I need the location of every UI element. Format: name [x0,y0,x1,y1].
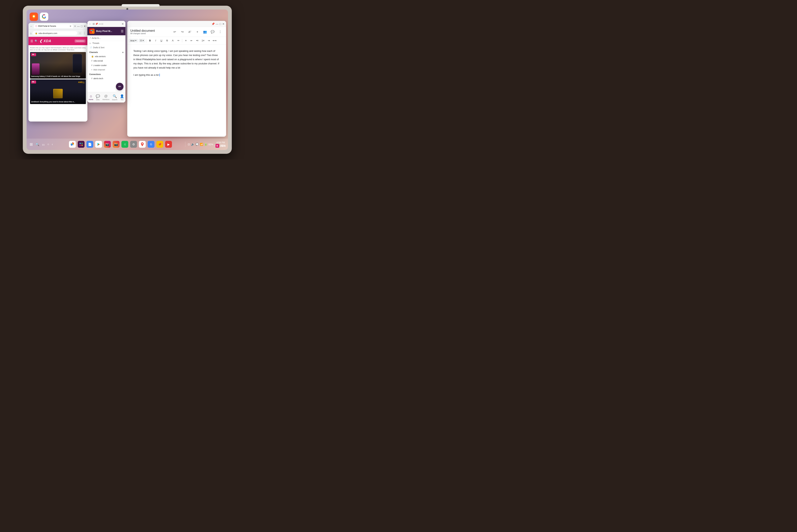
omni-menu-btn[interactable]: ⋮ [83,31,86,35]
docs-underline-btn[interactable]: U [159,38,164,43]
chat-icon[interactable]: 💬 [196,143,199,146]
docs-size-selector[interactable]: 11 ▾ [139,39,145,42]
xda-article-1[interactable]: 💬 4 Samsung Galaxy Z Fold 5 hands on: Al… [30,52,86,79]
docs-comment-btn[interactable]: 💬 [210,29,216,35]
docs-add-btn[interactable]: + [194,29,200,35]
taskbar-settings-icon[interactable]: ⚙ [130,141,137,148]
xda-search-icon[interactable]: 🔍 [35,39,38,42]
docs-indent-decrease-btn[interactable]: ⇤ [189,38,194,43]
taskbar-docs-icon[interactable]: 📄 [87,141,93,148]
svg-rect-7 [81,143,82,144]
docs-strikethrough-btn[interactable]: S [165,38,169,43]
docs-share-btn[interactable]: 👥 [202,29,208,35]
taskbar-chrome-icon[interactable] [69,141,76,148]
taskbar-search-icon[interactable]: 🔍 [36,142,39,146]
article2-badge-icon: 💬 [32,81,34,83]
slack-nav-search[interactable]: 🔍 Search [112,94,117,101]
slack-nav-dms[interactable]: 💬 DMs [96,94,100,101]
chrome-tab[interactable]: ⬡ XDA Portal & Forums ✕ [34,24,73,28]
chrome-new-tab-btn[interactable]: + [74,24,76,28]
chrome-close-btn[interactable]: ✕ [84,25,86,28]
battery-percent: 92% [208,143,214,146]
docs-pin-btn[interactable]: 📌 [211,22,215,25]
hash-icon-1: # [91,59,93,62]
docs-close-btn[interactable]: ✕ [222,22,225,25]
slack-channel-xda-seniors[interactable]: 🔒 xda-seniors [87,54,125,58]
docs-text-color-btn[interactable]: A [170,38,175,43]
slack-nav-you-label: You [121,99,124,101]
docs-undo-btn[interactable]: ↩ [172,29,178,35]
docs-window: 📌 — □ ✕ Untitled document All changes sa… [127,21,226,137]
docs-minimize-btn[interactable]: — [216,22,219,25]
taskbar-maps-icon[interactable] [139,141,146,148]
omni-home-btn[interactable]: ⌂ [30,32,32,35]
slack-jump-to[interactable]: ↗ Jump to... [87,35,125,41]
taskbar-back-icon[interactable]: ‹ [52,142,53,146]
docs-content-area[interactable]: Testing I am doing voice typing. I am ju… [127,44,226,136]
volume-icon[interactable]: 🔊 [191,143,194,146]
taskbar-instagram-icon[interactable]: 📷 [104,141,111,148]
taskbar-insta2-icon[interactable]: 📸 [113,141,119,148]
docs-font-selector[interactable]: Arial ▾ [129,39,138,42]
slack-threads-nav[interactable]: ▷ Threads [87,41,125,45]
slack-jump-icon: ↗ [89,37,91,39]
taskbar-play-icon[interactable] [95,141,102,148]
docs-font-size: 11 [140,39,142,42]
app-icon-1[interactable] [30,13,38,21]
slack-drafts-nav[interactable]: 📄 Drafts & Sent [87,45,125,50]
docs-indent-increase-btn[interactable]: ⇥ [206,38,211,43]
slack-drafts-icon: 📄 [90,46,92,49]
slack-add-channel-btn[interactable]: + Add channel [87,68,125,72]
slack-channel-z-water-cooler[interactable]: # z-water-cooler [87,63,125,68]
screen-cast-icon[interactable]: ⊡ [188,143,190,146]
taskbar-keep-icon[interactable]: 📌 [156,141,163,148]
taskbar-recents-icon[interactable]: ⚏ [42,142,45,146]
docs-italic-btn[interactable]: I [153,38,158,43]
omni-url-bar[interactable]: 🔒 xda-developers.com [33,31,77,35]
slack-channels-label: Channels [89,51,98,53]
slack-compose-button[interactable]: ✏ [116,83,124,90]
docs-more-format-btn[interactable]: ⇥⇥ [212,38,217,43]
slack-close-btn[interactable]: ✕ [122,22,124,25]
chrome-maximize-btn[interactable]: □ [81,25,82,28]
omni-ext-btn[interactable]: □ [78,31,82,35]
slack-header-menu[interactable]: ☰ [121,30,124,33]
xda-article-2[interactable]: AMD△ 💬 2 Zenbleed: Everything you need t… [30,79,86,104]
wifi-icon[interactable]: 📶 [200,143,203,146]
slack-channel-xda-social[interactable]: # xda-social [87,58,125,63]
taskbar-home-icon[interactable]: ○ [47,142,49,146]
chrome-back-btn[interactable]: ← [30,25,33,28]
docs-highlight-btn[interactable]: ✏ [176,38,181,43]
docs-maximize-btn[interactable]: □ [220,22,221,25]
docs-redo-btn[interactable]: ↪ [179,29,185,35]
slack-connection-alerts-tech[interactable]: # alerts-tech [87,76,125,81]
article2-badge-num: 2 [34,81,35,83]
article2-title: Zenbleed: Everything you need to know ab… [31,101,85,103]
docs-bullet-btn[interactable]: •≡ [195,38,200,43]
slack-nav-you[interactable]: 👤 You [120,94,124,101]
docs-numbered-btn[interactable]: 1≡ [200,38,205,43]
docs-align-btn[interactable]: ≡ [183,38,188,43]
chrome-minimize-btn[interactable]: — [77,25,80,28]
chrome-tab-close[interactable]: ✕ [70,25,71,27]
docs-bold-btn[interactable]: B [147,38,152,43]
docs-more-btn[interactable]: ⋮ [217,29,223,35]
slack-channels-collapse[interactable]: ∧ [122,51,124,53]
slack-nav-mentions[interactable]: @ Mentions [103,94,109,100]
taskbar-slack-icon[interactable] [78,141,85,148]
newsletter-button[interactable]: Newsletter [75,39,86,42]
docs-document-title[interactable]: Untitled document [130,29,170,33]
taskbar-spotify-icon[interactable]: ♫ [122,141,128,148]
slack-channel-name-seniors: xda-seniors [95,55,106,58]
xda-hamburger-icon[interactable]: ☰ [31,39,33,43]
slack-nav-home[interactable]: ⌂ Home [89,94,93,100]
apps-grid-icon[interactable]: ⊞ [30,142,33,147]
app-icon-google[interactable] [40,13,48,21]
taskbar-chrome2-icon[interactable]: G [148,141,154,148]
taskbar-red-app-icon[interactable]: ▶ [165,141,172,148]
slack-jump-label: Jump to... [92,37,101,39]
front-camera [126,8,128,10]
slack-connection-name: alerts-tech [93,77,103,79]
docs-format-btn[interactable]: Aᵀ [187,29,193,35]
slack-back-btn[interactable]: ← [89,22,92,25]
